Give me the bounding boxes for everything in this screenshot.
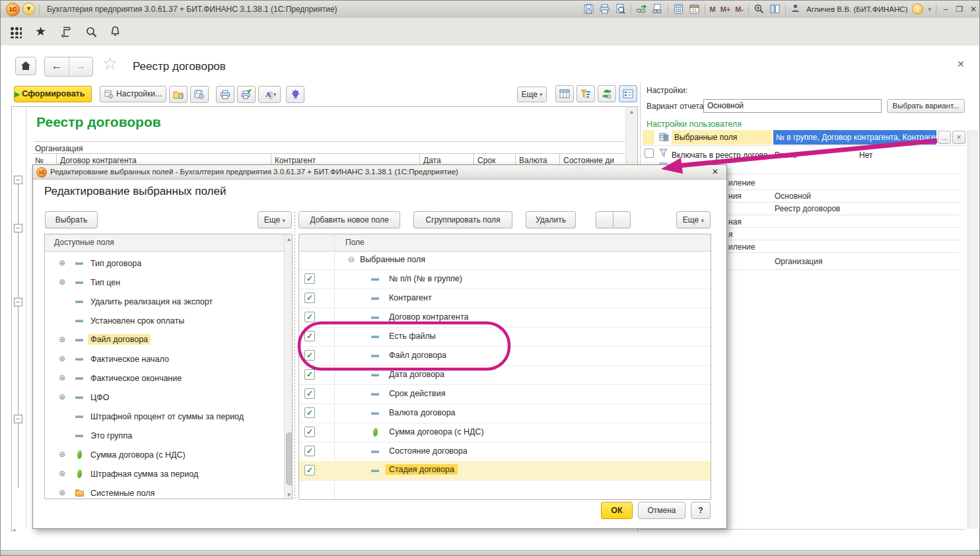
selected-field-row[interactable]: ✓Сумма договора (с НДС) bbox=[299, 423, 711, 442]
include-checkbox[interactable] bbox=[645, 149, 654, 158]
selected-field-row[interactable]: ✓Состояние договора bbox=[299, 442, 711, 462]
maximize-button[interactable]: ❒ bbox=[955, 5, 964, 14]
variants-folder-gear-button[interactable] bbox=[169, 86, 188, 103]
print-preview-icon[interactable] bbox=[615, 3, 626, 15]
variant-input[interactable]: Основной bbox=[703, 99, 882, 113]
memory-m-minus-button[interactable]: M- bbox=[735, 5, 744, 13]
more-actions-button[interactable]: Еще ▾ bbox=[517, 87, 547, 102]
choose-variant-button[interactable]: Выбрать вариант... bbox=[887, 99, 965, 113]
select-field-button[interactable]: Выбрать bbox=[45, 211, 98, 228]
selected-field-row[interactable]: ✓Контрагент bbox=[299, 289, 711, 308]
minimize-button[interactable]: – bbox=[941, 5, 950, 14]
selected-fields-value[interactable]: № в группе, Договор контрагента, Контраг… bbox=[773, 130, 936, 145]
available-field-item[interactable]: ⊕Фактическое начало bbox=[45, 350, 283, 369]
generate-report-button[interactable]: ▶ Сформировать bbox=[14, 86, 92, 102]
panel-splitter[interactable] bbox=[295, 211, 295, 499]
main-menu-button[interactable]: ▼ bbox=[22, 3, 35, 15]
available-fields-scrollbar[interactable]: ▲ ▼ bbox=[284, 234, 293, 499]
history-icon[interactable] bbox=[60, 26, 73, 38]
group-collapse-button[interactable]: − bbox=[14, 298, 22, 306]
delete-field-button[interactable]: Удалить bbox=[526, 211, 576, 228]
memory-m-button[interactable]: M bbox=[710, 5, 716, 13]
scroll-up-icon[interactable]: ▲ bbox=[285, 236, 293, 242]
available-field-item[interactable]: ⊕Тип цен bbox=[45, 273, 283, 293]
split-view-icon[interactable] bbox=[769, 3, 781, 15]
selected-field-row[interactable]: ✓Договор контрагента bbox=[299, 308, 711, 328]
favorite-star-icon[interactable]: ☆ bbox=[102, 53, 118, 74]
field-checkbox[interactable]: ✓ bbox=[304, 407, 315, 418]
selected-fields-ellipsis-button[interactable]: ... bbox=[938, 131, 951, 144]
available-field-item[interactable]: ⊕ЦФО bbox=[45, 388, 283, 407]
chevron-down-icon[interactable]: ▾ bbox=[928, 6, 931, 13]
tips-bulb-button[interactable] bbox=[286, 86, 304, 103]
selected-field-row[interactable]: ✓Валюта договора bbox=[299, 403, 711, 423]
report-vertical-scrollbar[interactable]: ▲ bbox=[625, 107, 637, 164]
print-icon[interactable] bbox=[599, 3, 610, 15]
field-checkbox[interactable]: ✓ bbox=[304, 446, 315, 456]
report-settings-button[interactable]: Настройки... bbox=[100, 86, 166, 102]
font-format-dropdown-button[interactable]: A ▾ bbox=[258, 86, 281, 103]
move-up-button[interactable] bbox=[596, 211, 613, 228]
collapse-icon[interactable]: ⊖ bbox=[348, 255, 355, 264]
expand-icon[interactable]: ⊕ bbox=[59, 450, 65, 459]
close-window-button[interactable]: ✕ bbox=[969, 5, 978, 14]
field-checkbox[interactable]: ✓ bbox=[304, 388, 315, 399]
scroll-up-icon[interactable]: ▲ bbox=[626, 109, 637, 115]
zoom-in-icon[interactable] bbox=[753, 3, 765, 15]
import-link-icon[interactable] bbox=[636, 3, 647, 15]
refresh-settings-button[interactable] bbox=[598, 85, 616, 102]
calculator-icon[interactable] bbox=[673, 3, 684, 15]
calendar-icon[interactable]: 31 bbox=[689, 3, 700, 15]
attach-link-icon[interactable] bbox=[652, 3, 663, 15]
expand-icon[interactable]: ⊕ bbox=[59, 469, 65, 478]
available-field-item[interactable]: ⊕Тип договора bbox=[45, 254, 283, 273]
apps-menu-icon[interactable] bbox=[10, 26, 22, 38]
scroll-down-icon[interactable]: ▼ bbox=[285, 492, 293, 498]
dialog-close-icon[interactable]: ✕ bbox=[712, 167, 718, 176]
group-collapse-button[interactable]: − bbox=[14, 224, 22, 232]
filter-sort-button[interactable] bbox=[577, 85, 595, 102]
group-collapse-button[interactable]: − bbox=[14, 176, 22, 184]
help-button[interactable]: ? bbox=[691, 502, 711, 519]
scroll-left-icon[interactable]: ◂ bbox=[13, 527, 15, 533]
expand-icon[interactable]: ⊕ bbox=[59, 277, 65, 287]
save-icon[interactable] bbox=[583, 3, 594, 15]
field-checkbox[interactable]: ✓ bbox=[304, 293, 315, 303]
selected-fields-group-row[interactable]: ⊖ Выбранные поля bbox=[299, 251, 711, 270]
group-fields-button[interactable]: Сгруппировать поля bbox=[413, 211, 512, 228]
expand-icon[interactable]: ⊕ bbox=[59, 354, 65, 363]
selected-field-row[interactable]: ✓Дата договора bbox=[299, 365, 711, 385]
selected-fields-row-label[interactable]: Выбранные поля bbox=[672, 130, 772, 145]
selected-field-row[interactable]: ✓№ п/п (№ в группе) bbox=[299, 269, 711, 289]
row-marker-cell[interactable] bbox=[643, 130, 654, 145]
available-field-item[interactable]: ⊕Системные поля bbox=[45, 484, 283, 499]
expand-icon[interactable]: ⊕ bbox=[59, 258, 65, 267]
forward-button[interactable]: → bbox=[69, 57, 93, 76]
save-variant-gear-button[interactable] bbox=[190, 86, 209, 103]
print-report-button[interactable] bbox=[216, 86, 234, 103]
dialog-titlebar[interactable]: 1С Редактирование выбранных полей - Бухг… bbox=[33, 165, 726, 180]
ok-button[interactable]: ОК bbox=[601, 502, 633, 519]
available-field-item[interactable]: ⊕Удалить реализация на экспорт bbox=[45, 293, 283, 312]
selected-field-row[interactable]: ✓Стадия договора bbox=[299, 461, 711, 481]
available-field-item[interactable]: ⊕Штрафная сумма за период bbox=[45, 465, 283, 484]
field-checkbox[interactable]: ✓ bbox=[304, 350, 315, 361]
field-checkbox[interactable]: ✓ bbox=[304, 427, 315, 437]
home-button[interactable] bbox=[15, 57, 36, 75]
available-field-item[interactable]: ⊕Сумма договора (с НДС) bbox=[45, 446, 283, 465]
available-field-item[interactable]: ⊕Установлен срок оплаты bbox=[45, 312, 283, 331]
notifications-bell-icon[interactable] bbox=[109, 25, 122, 38]
selected-field-row[interactable]: ✓Файл договора bbox=[299, 346, 711, 366]
selected-fields-clear-button[interactable]: × bbox=[952, 131, 965, 144]
current-user-label[interactable]: Агличев В.В. (БИТ.ФИНАНС) bbox=[806, 5, 907, 13]
right-more-button[interactable]: Еще ▾ bbox=[676, 211, 711, 228]
field-checkbox[interactable]: ✓ bbox=[304, 273, 315, 284]
field-checkbox[interactable]: ✓ bbox=[304, 465, 315, 475]
field-checkbox[interactable]: ✓ bbox=[304, 312, 315, 322]
print-check-button[interactable] bbox=[237, 86, 256, 103]
left-more-button[interactable]: Еще ▾ bbox=[258, 211, 292, 228]
expand-icon[interactable]: ⊕ bbox=[59, 335, 65, 344]
available-field-item[interactable]: ⊕Файл договора bbox=[45, 331, 283, 350]
available-field-item[interactable]: ⊕Штрафной процент от суммы за период bbox=[45, 407, 283, 427]
selected-field-row[interactable]: ✓Есть файлы bbox=[299, 327, 711, 347]
